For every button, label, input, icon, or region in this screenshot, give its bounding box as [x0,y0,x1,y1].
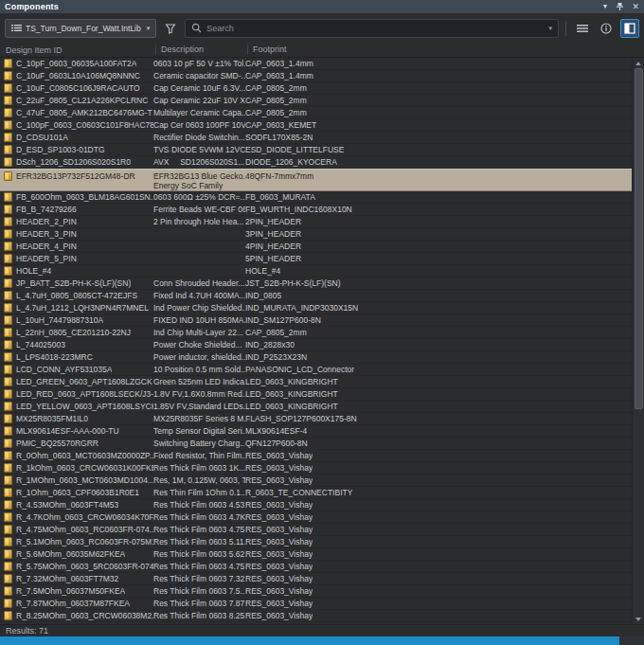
table-row[interactable]: R_4.75MOhm_0603_RC0603FR-074...Res Thick… [0,524,632,536]
cell-description: Multilayer Ceramic Capa... [153,107,245,118]
table-row[interactable]: L_4.7uH_1212_LQH3NPN4R7MNELInd Power Chi… [0,302,632,314]
table-row[interactable]: R_1Ohm_0603_CPF0603B1R0E1Res Thin Film 1… [0,487,632,499]
cell-footprint: RES_0603_Vishay [245,536,632,547]
component-icon [4,157,12,167]
filter-button[interactable] [161,19,180,38]
column-header-footprint[interactable]: Footprint [247,45,644,55]
table-row[interactable]: R_4.53MOhm_0603FT4M53Res Thick Film 0603… [0,499,632,511]
component-icon [4,83,12,93]
table-row[interactable]: LED_GREEN_0603_APT1608LZGCKGreen 525nm L… [0,376,632,388]
cell-footprint: IND_SM127P600-8N [245,314,632,326]
cell-footprint: CAP_0805_2mm [245,95,632,106]
table-row[interactable]: HEADER_5_PIN5PIN_HEADER [0,253,632,265]
cell-footprint: FLASH_SOP127P600X175-8N [245,413,632,424]
table-row[interactable]: PMIC_BQ25570RGRRSwitching Battery Charg.… [0,438,632,450]
table-row[interactable]: HEADER_3_PIN3PIN_HEADER [0,228,632,241]
library-selector[interactable]: TS_Turn_Down_For_Watt.IntLib ▾ [5,19,156,38]
table-row[interactable]: C_10uF_C0805C106J9RACAUTOCap Ceramic 10u… [0,82,632,95]
component-icon [4,229,12,239]
table-row[interactable]: C_100pF_0603_C0603C101F8HAC78...Cap Cer … [0,119,632,132]
cell-footprint: ESD_DIODE_LITTELFUSE [245,144,632,155]
scrollbar-up-arrow[interactable] [633,58,644,68]
close-icon[interactable]: ✕ [632,3,639,10]
table-row[interactable]: R_7.5MOhm_06037M50FKEARes Thick Film 060… [0,585,632,598]
table-row[interactable]: MLX90614ESF-AAA-000-TUTemp Sensor Digita… [0,425,632,438]
cell-design-item-id: HEADER_5_PIN [0,253,153,264]
pin-icon[interactable] [616,2,624,11]
table-row[interactable]: HEADER_2_PIN2 Pin through Hole Hea...2PI… [0,216,632,228]
info-button[interactable] [597,19,616,38]
table-row[interactable]: R_7.87MOhm_06037M87FKEARes Thick Film 06… [0,598,632,610]
cell-footprint: IND_MURATA_INDP3030X15N [245,302,632,314]
table-row[interactable]: R_0Ohm_0603_MCT0603MZ0000ZP...Fixed Resi… [0,450,632,462]
cell-design-item-id: L_4.7uH_1212_LQH3NPN4R7MNEL [0,302,153,314]
cell-design-item-id: R_4.75MOhm_0603_RC0603FR-074... [0,524,153,535]
component-icon [4,303,12,313]
scrollbar-down-arrow[interactable] [633,614,644,624]
cell-description: Ind Power Chip Shielded... [153,302,245,314]
cell-footprint: LED_0603_KINGBRIGHT [245,388,632,400]
cell-footprint: RES_0603_Vishay [245,462,632,474]
cell-description: Res Thick Film 0603 8.25... [153,610,245,621]
table-row[interactable]: HOLE_#4HOLE_#4 [0,265,632,278]
table-row[interactable]: MX25R8035FM1IL0MX25R8035F Series 8 M...F… [0,413,632,425]
cell-design-item-id: LED_GREEN_0603_APT1608LZGCK [0,376,153,387]
cell-description: Res Thick Film 0603 4.53... [153,499,245,511]
cell-footprint: CAP_0805_2mm [245,82,632,94]
column-header-design-item-id[interactable]: Design Item ID [6,45,155,55]
table-row[interactable]: R_1MOhm_0603_MCT0603MD1004...Res, 1M, 0.… [0,475,632,487]
table-row[interactable]: C_10uF_0603L10A106MQ8NNNCCeramic capacit… [0,70,632,82]
table-row[interactable]: LED_YELLOW_0603_APT1608LSYCK/...1.85V FV… [0,401,632,413]
table-row[interactable]: L_LPS4018-223MRCPower inductor, shielded… [0,351,632,364]
panel-view-button[interactable] [620,19,639,38]
table-row[interactable]: R_7.32MOhm_0603FT7M32Res Thick Film 0603… [0,573,632,585]
table-row[interactable]: FB_600Ohm_0603_BLM18AG601SN...0603 600Ω … [0,191,632,204]
table-row[interactable]: DSch_1206_SD1206S020S1R0AVX SD1206S020S1… [0,156,632,169]
table-row[interactable]: R_8.25MOhm_0603_CRCW06038M2...Res Thick … [0,610,632,622]
cell-description: 10 Position 0.5 mm Sold... [153,364,245,375]
component-icon [4,96,12,105]
table-row[interactable]: D_ESD_SP1003-01DTGTVS DIODE 5VWM 12VC...… [0,144,632,156]
panel-menu-chevron-icon[interactable]: ▼ [602,3,609,10]
scrollbar-thumb[interactable] [635,68,643,409]
table-row[interactable]: R_1kOhm_0603_CRCW06031K00FKE...Res Thick… [0,462,632,475]
component-icon [4,266,12,276]
cell-design-item-id: R_0Ohm_0603_MCT0603MZ0000ZP... [0,450,153,461]
search-history-chevron-icon[interactable]: ▾ [548,25,552,32]
table-row[interactable]: HEADER_4_PIN4PIN_HEADER [0,241,632,253]
search-input[interactable] [206,24,544,33]
table-row[interactable]: R_5.6MOhm_06035M62FKEARes Thick Film 060… [0,548,632,561]
table-row[interactable]: R_5.75MOhm_0603_5RC0603FR-074...Res Thic… [0,561,632,573]
cell-design-item-id: HEADER_3_PIN [0,228,153,240]
component-icon [4,365,12,374]
table-row[interactable]: C_10pF_0603_06035A100FAT2A0603 10 pF 50 … [0,58,632,70]
table-row[interactable]: JP_BATT_S2B-PH-K-S(LF)(SN)Conn Shrouded … [0,278,632,290]
table-row[interactable]: L_22nH_0805_CE201210-22NJInd Chip Multi-… [0,327,632,339]
cell-design-item-id: L_22nH_0805_CE201210-22NJ [0,327,153,338]
cell-footprint: RES_0603_Vishay [245,573,632,584]
table-row[interactable]: LED_RED_0603_APT1608LSECK/J3-P...1.8V FV… [0,388,632,401]
table-row[interactable]: L_10uH_74479887310AFIXED IND 10UH 850MA.… [0,314,632,327]
table-row[interactable]: R_4.7KOhm_0603_CRCW06034K70F...Res Thick… [0,511,632,524]
table-row[interactable]: LCD_CONN_AYF531035A10 Position 0.5 mm So… [0,364,632,376]
table-row[interactable]: FB_B_74279266Ferrite Beads WE-CBF 06...F… [0,204,632,216]
table-row[interactable]: EFR32BG13P732F512GM48-DREFR32BG13 Blue G… [0,169,632,191]
table-row[interactable]: C_22uF_0805_CL21A226KPCLRNCCap Ceramic 2… [0,95,632,107]
table-row[interactable]: C_47uF_0805_AMK212BC6476MG-TMultilayer C… [0,107,632,119]
table-row[interactable]: D_CDSU101ARectifier Diode Switchin...SOD… [0,132,632,144]
component-icon [4,315,12,325]
cell-design-item-id: C_47uF_0805_AMK212BC6476MG-T [0,107,153,118]
table-row[interactable]: L_4.7uH_0805_0805CT-472EJFSFixed Ind 4.7… [0,290,632,302]
cell-description: MX25R8035F Series 8 M... [153,413,245,424]
component-icon [4,549,12,559]
column-header-description[interactable]: Description [155,45,247,55]
cell-design-item-id: R_8.25MOhm_0603_CRCW06038M2... [0,610,153,621]
vertical-scrollbar[interactable] [632,58,644,624]
table-row[interactable]: R_5.1MOhm_0603_RC0603FR-075M1LRes Thick … [0,536,632,548]
cell-description: Res Thick Film 0603 7.32... [153,573,245,584]
status-bar: Results: 71 [0,624,644,636]
cell-footprint: 2PIN_HEADER [245,216,632,227]
list-view-button[interactable] [573,19,592,38]
cell-description: Res Thick Film 0603 4.75... [153,524,245,535]
table-row[interactable]: L_744025003Power Choke Shielded...IND_28… [0,339,632,351]
